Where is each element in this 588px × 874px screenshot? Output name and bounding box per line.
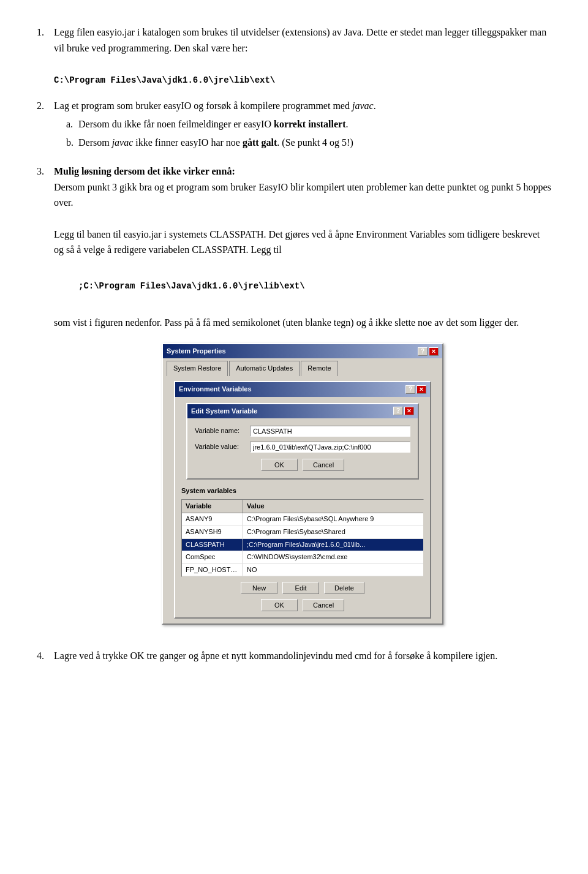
env-title: Environment Variables [179,384,252,395]
tab-automatic-updates[interactable]: Automatic Updates [229,361,300,376]
edit-sysvar-button[interactable]: Edit [282,582,319,594]
sysprop-body: Environment Variables ? ✕ [163,376,442,623]
var-name-row: Variable name: document.querySelector('[… [195,426,410,437]
sysprop-window: System Properties ? ✕ System Restore Aut… [162,343,443,625]
sysvar-row-3[interactable]: ComSpec C:\WINDOWS\system32\cmd.exe [182,551,423,564]
sysprop-close-button[interactable]: ✕ [429,347,439,356]
edit-body: Variable name: document.querySelector('[… [187,418,418,478]
sysvar-row-0[interactable]: ASANY9 C:\Program Files\Sybase\SQL Anywh… [182,513,423,526]
env-dialog: Environment Variables ? ✕ [174,381,431,619]
env-ok-button[interactable]: OK [261,599,298,611]
screenshot-container: System Properties ? ✕ System Restore Aut… [162,343,443,625]
env-cancel-button[interactable]: Cancel [303,599,344,611]
system-vars-header: System variables [181,486,424,497]
sub-content-3b: Dersom javac ikke finner easyIO har noe … [78,135,353,151]
edit-titlebar-right: ? ✕ [393,407,414,415]
delete-button[interactable]: Delete [324,582,364,594]
env-titlebar-right: ? ✕ [405,385,426,394]
sysprop-title: System Properties [167,346,226,357]
sysvar-row-2[interactable]: CLASSPATH ;C:\Program Files\Java\jre1.6.… [182,539,423,552]
li-content-2: Legg filen easyio.jar i katalogen som br… [54,24,551,87]
sysvar-value-2: ;C:\Program Files\Java\jre1.6.0_01\lib..… [243,539,423,551]
sub-item-3b: b. Dersom javac ikke finner easyIO har n… [66,135,551,151]
sysvar-btn-row: New Edit Delete [181,582,424,594]
sysvar-name-3: ComSpec [182,551,243,563]
sysvar-value-0: C:\Program Files\Sybase\SQL Anywhere 9 [243,513,423,526]
item2-code: C:\Program Files\Java\jdk1.6.0\jre\lib\e… [54,75,275,85]
item3-italic: javac [352,100,374,111]
item4-heading: Mulig løsning dersom det ikke virker enn… [54,166,235,176]
sub-label-3a: a. [66,116,78,132]
col-variable: Variable [182,500,243,513]
item2-text: Legg filen easyio.jar i katalogen som br… [54,27,546,53]
sub-list-3: a. Dersom du ikke får noen feilmeldinger… [54,116,551,150]
li-content-4: Mulig løsning dersom det ikke virker enn… [54,164,551,637]
main-list: Legg filen easyio.jar i katalogen som br… [37,24,551,664]
sysvar-name-2: CLASSPATH [182,539,243,551]
sub-bold-3a: korrekt installert [274,119,345,129]
li-content-5: Lagre ved å trykke OK tre ganger og åpne… [54,648,551,664]
env-main-btn-row: OK Cancel [181,599,424,611]
env-help-button[interactable]: ? [405,385,415,394]
help-button[interactable]: ? [418,347,428,356]
item4-code: ;C:\Program Files\Java\jdk1.6.0\jre\lib\… [78,279,551,293]
sub-content-3a: Dersom du ikke får noen feilmeldinger er… [78,116,348,132]
var-value-label: Variable value: [195,442,250,453]
main-content: Legg filen easyio.jar i katalogen som br… [37,24,551,664]
item3-text-before: Lag et program som bruker easyIO og fors… [54,100,352,111]
var-value-input[interactable] [250,442,410,453]
system-vars-listview: Variable Value ASANY9 C:\Program Files\S… [181,499,424,578]
list-item-3: Lag et program som bruker easyIO og fors… [37,98,551,153]
var-name-input[interactable] [250,426,410,437]
edit-help-button[interactable]: ? [393,407,403,415]
edit-dialog: Edit System Variable ? ✕ [186,403,419,480]
titlebar-right: ? ✕ [418,347,439,356]
tab-system-restore[interactable]: System Restore [167,361,228,376]
sysprop-tabs: System Restore Automatic Updates Remote [163,358,442,376]
sysvar-value-1: C:\Program Files\Sybase\Shared [243,526,423,538]
sub-item-3a: a. Dersom du ikke får noen feilmeldinger… [66,116,551,132]
edit-close-button[interactable]: ✕ [404,407,414,415]
edit-title: Edit System Variable [191,406,257,417]
item3-text-after: . [374,100,376,111]
sysvar-name-0: ASANY9 [182,513,243,526]
env-body: Edit System Variable ? ✕ [175,397,430,618]
list-item-2: Legg filen easyio.jar i katalogen som br… [37,24,551,87]
edit-ok-button[interactable]: OK [261,459,298,471]
sysvar-row-1[interactable]: ASANYSH9 C:\Program Files\Sybase\Shared [182,526,423,539]
var-value-row: Variable value: [195,442,410,453]
edit-btn-row: OK Cancel [195,459,410,471]
new-button[interactable]: New [241,582,277,594]
sub-label-3b: b. [66,135,78,151]
li-content-3: Lag et program som bruker easyIO og fors… [54,98,551,153]
env-titlebar: Environment Variables ? ✕ [175,382,430,397]
sysvar-value-3: C:\WINDOWS\system32\cmd.exe [243,551,423,563]
sysvar-name-4: FP_NO_HOST_C... [182,564,243,576]
item4-extra1: Legg til banen til easyio.jar i systemet… [54,229,540,255]
sysvar-row-4[interactable]: FP_NO_HOST_C... NO [182,564,423,577]
sysvar-name-1: ASANYSH9 [182,526,243,538]
var-name-label: Variable name: [195,426,250,437]
list-item-4: Mulig løsning dersom det ikke virker enn… [37,164,551,637]
sysvar-value-4: NO [243,564,423,576]
env-close-button[interactable]: ✕ [417,385,426,394]
tab-remote[interactable]: Remote [301,361,338,376]
list-item-5: Lagre ved å trykke OK tre ganger og åpne… [37,648,551,664]
item5-text: Lagre ved å trykke OK tre ganger og åpne… [54,650,497,661]
edit-titlebar: Edit System Variable ? ✕ [187,404,418,419]
listview-header: Variable Value [182,500,423,514]
col-value: Value [243,500,423,513]
item4-extra2: som vist i figuren nedenfor. Pass på å f… [54,317,519,328]
item4-text: Dersom punkt 3 gikk bra og et program so… [54,182,551,208]
sysprop-titlebar: System Properties ? ✕ [163,344,442,359]
edit-cancel-button[interactable]: Cancel [303,459,344,471]
